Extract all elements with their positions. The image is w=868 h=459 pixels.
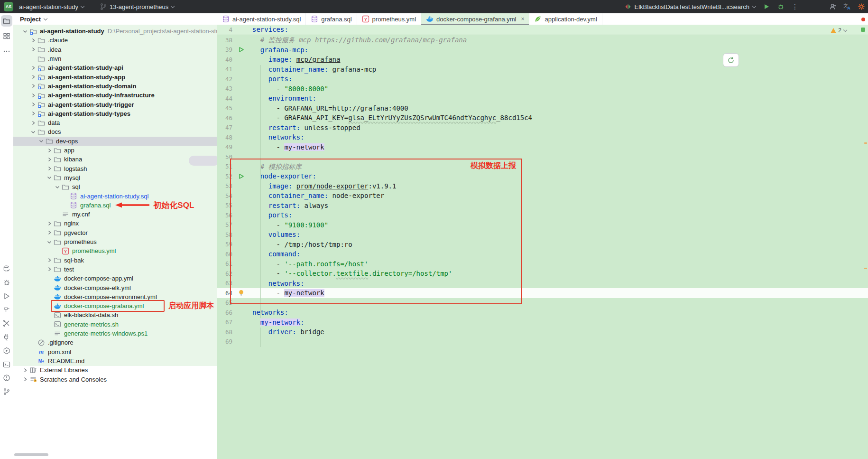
editor-line-49[interactable]: 49 - my-network: [217, 142, 868, 152]
tree-item-grafana-sql[interactable]: grafana.sql初始化SQL: [13, 201, 218, 210]
tree-item-docs[interactable]: docs: [13, 127, 218, 136]
tree-item-generate-metrics-sh[interactable]: generate-metrics.sh: [13, 320, 218, 329]
editor-line-39[interactable]: 39 grafana-mcp:: [217, 45, 868, 55]
tree-item-ai-agent-station-study-infrastructure[interactable]: ai-agent-station-study-infrastructure: [13, 91, 218, 100]
structure-icon[interactable]: [1, 30, 12, 42]
tree-item-ai-agent-station-study-api[interactable]: ai-agent-station-study-api: [13, 63, 218, 72]
chevron-down-icon[interactable]: [22, 28, 28, 35]
tab-docker-compose-grafana-yml[interactable]: docker-compose-grafana.yml×: [421, 13, 529, 25]
chevron-right-icon[interactable]: [30, 83, 37, 89]
run-service-icon[interactable]: [236, 47, 249, 53]
tree-item-elk-blacklist-data-sh[interactable]: elk-blacklist-data.sh: [13, 310, 218, 319]
terminal-icon[interactable]: [1, 359, 12, 370]
run-config-selector[interactable]: ElkBlacklistDataTest.testWriteBl...icsea…: [624, 3, 757, 10]
chevron-right-icon[interactable]: [30, 37, 37, 44]
chevron-down-icon[interactable]: [30, 129, 37, 135]
build-hammer-icon[interactable]: [1, 304, 12, 315]
tree-item-docker-compose-elk-yml[interactable]: docker-compose-elk.yml: [13, 283, 218, 292]
tree-item-ai-agent-station-study-sql[interactable]: ai-agent-station-study.sql: [13, 191, 218, 200]
sticky-line[interactable]: 4services:: [217, 25, 868, 35]
tree-item-test[interactable]: test: [13, 265, 218, 274]
chevron-right-icon[interactable]: [46, 165, 53, 172]
more-horizontal-icon[interactable]: [1, 46, 12, 57]
plugin-star-icon[interactable]: [858, 3, 865, 10]
tree-item-pgvector[interactable]: pgvector: [13, 228, 218, 237]
add-user-icon[interactable]: [829, 3, 837, 10]
tree-item-ai-agent-station-study-trigger[interactable]: ai-agent-station-study-trigger: [13, 100, 218, 109]
chevron-right-icon[interactable]: [22, 367, 28, 374]
tree-horizontal-scrollbar[interactable]: [14, 453, 48, 456]
run-icon[interactable]: [1, 290, 12, 302]
app-logo[interactable]: AS: [4, 2, 13, 11]
services-icon[interactable]: [1, 345, 12, 356]
tab-grafana-sql[interactable]: grafana.sql: [306, 13, 357, 25]
editor-line-67[interactable]: 67 my-network:: [217, 318, 868, 328]
chevron-right-icon[interactable]: [30, 101, 37, 108]
editor-line-40[interactable]: 40 image: mcp/grafana: [217, 55, 868, 65]
tree-item-docker-compose-app-yml[interactable]: docker-compose-app.yml: [13, 274, 218, 283]
inspections-widget[interactable]: 2: [831, 27, 847, 34]
tree-item-ai-agent-station-study[interactable]: ai-agent-station-studyD:\Personal_projec…: [13, 27, 218, 36]
tree-item-ai-agent-station-study-types[interactable]: ai-agent-station-study-types: [13, 109, 218, 118]
tab-application-dev-yml[interactable]: application-dev.yml: [529, 13, 602, 25]
problems-icon[interactable]: [1, 372, 12, 384]
chevron-down-icon[interactable]: [38, 138, 45, 144]
tools-icon[interactable]: [1, 318, 12, 329]
chevron-right-icon[interactable]: [30, 110, 37, 117]
editor-line-46[interactable]: 46 - GRAFANA_API_KEY=glsa_ELtYrUYyZUsZQS…: [217, 113, 868, 123]
project-folder-icon[interactable]: [1, 15, 12, 27]
tree-item-prometheus-yml[interactable]: Yprometheus.yml: [13, 246, 218, 255]
tree-item-data[interactable]: data: [13, 118, 218, 127]
tree-item-my-cnf[interactable]: my.cnf: [13, 210, 218, 219]
tree-item--mvn[interactable]: .mvn: [13, 54, 218, 63]
tree-item-docker-compose-grafana-yml[interactable]: docker-compose-grafana.yml启动应用脚本: [13, 301, 218, 310]
tree-item--gitignore[interactable]: .gitignore: [13, 338, 218, 347]
chevron-right-icon[interactable]: [46, 266, 53, 272]
tree-item-app[interactable]: app: [13, 146, 218, 155]
tab-prometheus-yml[interactable]: Yprometheus.yml: [357, 13, 421, 25]
chevron-down-icon[interactable]: [46, 239, 53, 245]
chevron-right-icon[interactable]: [22, 376, 28, 383]
tree-item-prometheus[interactable]: prometheus: [13, 237, 218, 246]
tree-item-generate-metrics-windows-ps1[interactable]: generate-metrics-windows.ps1: [13, 329, 218, 338]
tree-item-sql[interactable]: sql: [13, 182, 218, 191]
more-actions-kebab[interactable]: ⋮: [791, 3, 799, 10]
debug-bug-icon[interactable]: [1, 277, 12, 288]
tree-item-pom-xml[interactable]: mpom.xml: [13, 347, 218, 356]
editor-line-44[interactable]: 44 environment:: [217, 94, 868, 103]
tree-item--idea[interactable]: .idea: [13, 45, 218, 54]
tree-item-ai-agent-station-study-app[interactable]: ai-agent-station-study-app: [13, 73, 218, 82]
chevron-right-icon[interactable]: [30, 46, 37, 53]
editor-line-68[interactable]: 68 driver: bridge: [217, 327, 868, 337]
editor-content[interactable]: 4services: 38 # 监控服务 mcp https://github.…: [217, 25, 868, 459]
chevron-right-icon[interactable]: [30, 92, 37, 99]
close-icon[interactable]: ×: [521, 16, 524, 22]
chevron-right-icon[interactable]: [46, 229, 53, 236]
editor-line-69[interactable]: 69: [217, 337, 868, 347]
translate-icon[interactable]: 文A: [843, 3, 851, 10]
chevron-right-icon[interactable]: [30, 120, 37, 126]
editor-line-38[interactable]: 38 # 监控服务 mcp https://github.com/grafana…: [217, 35, 868, 45]
editor-line-41[interactable]: 41 container_name: grafana-mcp: [217, 65, 868, 75]
tree-item--claude[interactable]: .claude: [13, 36, 218, 45]
chevron-right-icon[interactable]: [46, 156, 53, 163]
tab-ai-agent-station-study-sql[interactable]: ai-agent-station-study.sql: [217, 13, 306, 25]
chevron-down-icon[interactable]: [54, 184, 61, 190]
chevron-right-icon[interactable]: [46, 220, 53, 227]
plugin-icon[interactable]: [1, 331, 12, 343]
git-branch-icon[interactable]: [1, 386, 12, 397]
tree-item-ai-agent-station-study-domain[interactable]: ai-agent-station-study-domain: [13, 82, 218, 91]
branch-switcher[interactable]: 13-agent-prometheus: [97, 2, 177, 11]
editor-line-66[interactable]: 66networks:: [217, 308, 868, 318]
project-switcher[interactable]: ai-agent-station-study: [16, 2, 87, 11]
chevron-right-icon[interactable]: [30, 74, 37, 80]
tree-item-kibana[interactable]: kibana: [13, 155, 218, 164]
editor-line-42[interactable]: 42 ports:: [217, 74, 868, 84]
chevron-right-icon[interactable]: [46, 147, 53, 154]
chevron-down-icon[interactable]: [46, 174, 53, 181]
chevron-right-icon[interactable]: [46, 257, 53, 263]
tree-item-mysql[interactable]: mysql: [13, 173, 218, 182]
tree-item-readme-md[interactable]: MREADME.md: [13, 356, 218, 365]
editor-line-45[interactable]: 45 - GRAFANA_URL=http://grafana:4000: [217, 103, 868, 113]
editor-line-47[interactable]: 47 restart: unless-stopped: [217, 123, 868, 133]
